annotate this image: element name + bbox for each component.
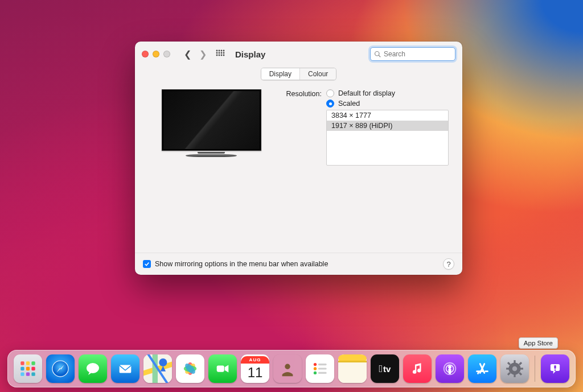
svg-line-13 [379,55,380,57]
svg-point-9 [219,55,220,56]
feedback-icon [548,361,563,376]
svg-marker-36 [225,365,229,372]
svg-point-7 [223,52,225,54]
svg-point-1 [219,50,220,52]
svg-point-0 [216,50,218,52]
option-scaled-label: Scaled [338,100,360,108]
svg-point-3 [223,50,225,52]
svg-rect-28 [120,365,132,373]
svg-rect-60 [520,368,523,369]
resolution-list[interactable]: 3834 × 1777 1917 × 889 (HiDPI) [326,110,449,166]
dock-app-messages[interactable] [79,354,107,383]
minimize-button[interactable] [153,51,159,57]
window-controls [142,51,174,57]
resolution-item[interactable]: 3834 × 1777 [327,110,448,121]
dock-app-contacts[interactable] [273,354,302,383]
search-icon [374,51,381,57]
option-scaled[interactable]: Scaled [326,100,449,108]
display-preferences-window: ❮ ❯ Display Display [135,42,462,275]
svg-point-40 [314,367,317,370]
dock-app-launchpad[interactable] [14,354,42,383]
dock-app-feedback[interactable] [541,354,569,383]
messages-icon [84,360,102,378]
calendar-day: 11 [248,364,263,382]
close-button[interactable] [142,51,149,57]
resolution-label: Resolution: [282,89,326,98]
svg-rect-14 [20,361,24,365]
dock-app-mail[interactable] [111,354,139,383]
dock: AUG 11 tv [7,350,576,387]
svg-rect-17 [20,367,24,370]
maps-icon [143,354,172,383]
dock-app-safari[interactable] [46,354,75,383]
mail-icon [117,360,134,377]
content-area: Resolution: Default for display Scaled 3… [135,86,462,253]
dock-separator [535,356,535,382]
svg-rect-22 [31,372,35,376]
desktop: ❮ ❯ Display Display [0,0,583,392]
dock-app-maps[interactable] [143,354,172,383]
svg-point-56 [512,366,518,372]
radio-scaled[interactable] [326,100,334,108]
dock-app-system-preferences[interactable] [500,354,529,383]
dock-app-podcasts[interactable] [436,354,464,383]
option-default-for-display[interactable]: Default for display [326,89,449,97]
titlebar: ❮ ❯ Display [135,42,462,67]
svg-point-42 [314,372,317,374]
svg-point-11 [223,55,225,56]
forward-button[interactable]: ❯ [199,49,207,60]
dock-app-reminders[interactable] [306,354,334,383]
grid-icon [216,49,225,59]
help-button[interactable]: ? [443,258,454,270]
tv-icon: tv [379,363,391,375]
svg-rect-58 [514,374,515,377]
svg-point-6 [221,52,223,54]
search-input[interactable] [384,50,451,58]
svg-rect-16 [31,361,35,365]
dock-app-calendar[interactable]: AUG 11 [241,354,269,383]
dock-tooltip: App Store [519,337,558,349]
check-icon [144,261,150,267]
safari-icon [50,358,71,379]
back-button[interactable]: ❮ [184,49,191,60]
nav-arrows: ❮ ❯ [184,49,207,60]
facetime-icon [214,360,231,377]
show-all-button[interactable] [216,49,225,59]
svg-point-37 [285,364,290,369]
svg-rect-18 [26,367,30,370]
resolution-settings: Resolution: Default for display Scaled 3… [282,89,449,253]
calendar-month: AUG [241,356,269,364]
svg-point-4 [216,52,218,54]
radio-default[interactable] [326,89,334,97]
svg-point-49 [448,365,451,369]
resolution-item[interactable]: 1917 × 889 (HiDPI) [327,121,448,131]
svg-rect-43 [318,372,327,374]
display-preview [158,89,265,175]
svg-point-10 [221,55,223,56]
window-footer: Show mirroring options in the menu bar w… [135,253,462,275]
svg-point-12 [375,52,380,56]
svg-rect-21 [26,372,30,376]
dock-app-tv[interactable]: tv [371,354,399,383]
svg-line-54 [478,373,479,374]
dock-app-appstore[interactable] [468,354,496,383]
dock-app-photos[interactable] [176,354,204,383]
reminders-icon [310,359,330,378]
tab-display[interactable]: Display [261,68,299,80]
notes-icon [338,354,367,383]
zoom-button[interactable] [163,51,170,57]
mirroring-checkbox[interactable] [143,260,151,268]
svg-rect-15 [26,361,30,365]
dock-app-facetime[interactable] [208,354,237,383]
option-default-label: Default for display [338,89,395,97]
tab-colour[interactable]: Colour [299,68,336,80]
gear-icon [505,359,524,378]
svg-rect-39 [318,364,327,365]
dock-app-music[interactable] [403,354,432,383]
svg-rect-20 [20,372,24,376]
dock-app-notes[interactable] [338,354,367,383]
svg-marker-66 [553,370,556,374]
svg-point-30 [159,358,167,366]
search-field[interactable] [370,47,455,61]
svg-point-8 [216,55,218,56]
